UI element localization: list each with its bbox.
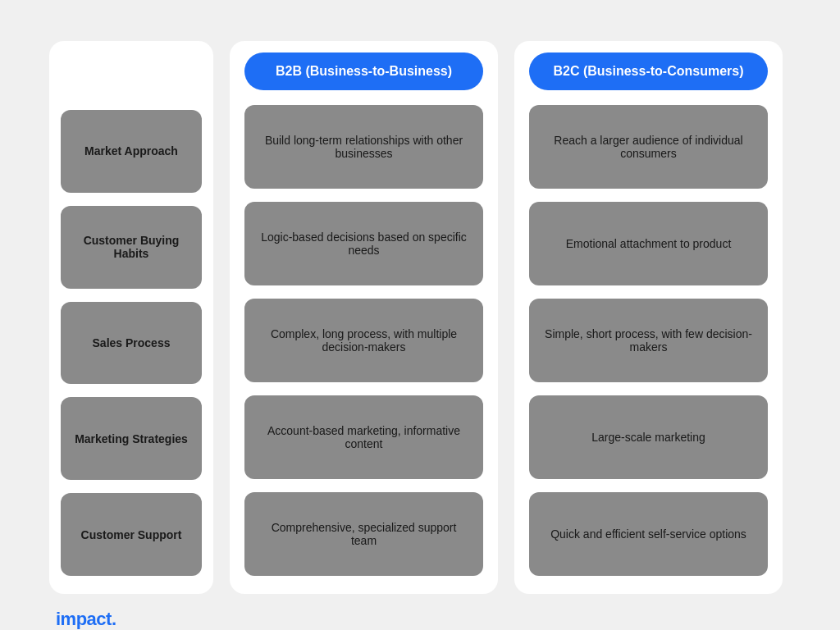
label-market-approach: Market Approach <box>61 110 202 193</box>
label-marketing-strategies: Marketing Strategies <box>61 397 202 480</box>
brand-logo: impact. <box>56 609 116 629</box>
b2b-header: B2B (Business-to-Business) <box>244 52 483 90</box>
b2b-cell-4: Comprehensive, specialized support team <box>244 492 483 576</box>
label-sales-process: Sales Process <box>61 302 202 385</box>
comparison-table: Market Approach Customer Buying Habits S… <box>49 41 791 594</box>
b2b-cell-2: Complex, long process, with multiple dec… <box>244 299 483 382</box>
label-buying-habits: Customer Buying Habits <box>61 206 202 289</box>
b2c-header: B2C (Business-to-Consumers) <box>529 52 768 90</box>
b2c-cell-4: Quick and efficient self-service options <box>529 492 768 576</box>
b2c-cell-0: Reach a larger audience of individual co… <box>529 105 768 189</box>
b2b-cell-3: Account-based marketing, informative con… <box>244 395 483 479</box>
b2c-cell-2: Simple, short process, with few decision… <box>529 299 768 382</box>
label-header-spacer <box>61 52 202 95</box>
labels-column: Market Approach Customer Buying Habits S… <box>49 41 213 594</box>
b2c-cell-1: Emotional attachment to product <box>529 202 768 285</box>
b2b-cell-0: Build long-term relationships with other… <box>244 105 483 189</box>
b2b-cell-1: Logic-based decisions based on specific … <box>244 202 483 285</box>
b2b-column: B2B (Business-to-Business) Build long-te… <box>230 41 498 594</box>
b2c-column: B2C (Business-to-Consumers) Reach a larg… <box>514 41 783 594</box>
b2c-cell-3: Large-scale marketing <box>529 395 768 479</box>
page-wrapper: Market Approach Customer Buying Habits S… <box>16 16 824 630</box>
footer: impact. <box>49 609 791 630</box>
label-customer-support: Customer Support <box>61 493 202 576</box>
